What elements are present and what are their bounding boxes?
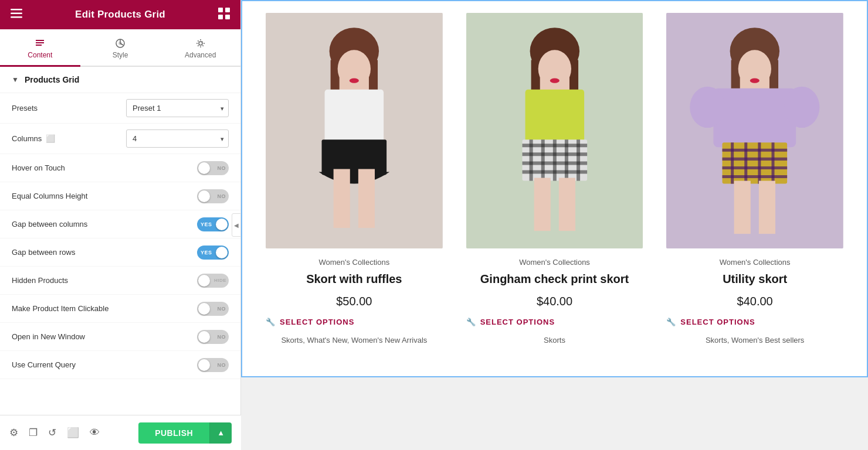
gap-rows-toggle[interactable]: YES (197, 246, 229, 260)
svg-point-61 (750, 79, 760, 83)
equal-cols-toggle-wrapper: NO (197, 189, 229, 203)
product-name: Skort with ruffles (266, 271, 443, 287)
current-query-toggle-label: NO (218, 362, 226, 368)
svg-rect-17 (322, 139, 387, 175)
svg-rect-6 (225, 15, 230, 19)
columns-select[interactable]: 1 2 3 4 5 6 (126, 129, 229, 148)
publish-arrow-button[interactable]: ▲ (209, 422, 232, 444)
new-window-knob (198, 331, 210, 343)
equal-cols-knob (198, 190, 210, 202)
tab-content[interactable]: Content (0, 30, 80, 67)
svg-point-48 (690, 87, 725, 128)
section-header: ▼ Products Grid (0, 67, 240, 93)
settings-icon[interactable]: ⚙ (9, 427, 18, 439)
clickable-toggle-wrapper: NO (197, 302, 229, 316)
wrench-icon: 🔧 (666, 318, 676, 326)
clickable-toggle[interactable]: NO (197, 302, 229, 316)
select-options-button[interactable]: 🔧 SELECT OPTIONS (466, 318, 643, 326)
equal-cols-label: Equal Columns Height (12, 192, 197, 200)
product-category: Women's Collections (466, 258, 643, 267)
product-tags: Skorts, Women's Best sellers (666, 335, 843, 347)
gap-rows-knob (216, 247, 228, 258)
svg-point-49 (784, 87, 819, 128)
svg-point-40 (550, 79, 559, 83)
right-panel: Women's Collections Skort with ruffles $… (241, 0, 868, 377)
hidden-products-label: Hidden Products (12, 276, 197, 285)
collapse-arrow[interactable]: ▼ (12, 76, 19, 84)
preview-area: Women's Collections Skort with ruffles $… (241, 0, 868, 377)
product-card: Women's Collections Utility skort $40.00… (655, 13, 855, 359)
svg-rect-0 (11, 9, 22, 11)
publish-button[interactable]: PUBLISH (138, 422, 209, 444)
panel-header: Edit Products Grid (0, 0, 240, 29)
svg-rect-39 (559, 178, 575, 231)
responsive-icon[interactable]: ⬜ (67, 427, 79, 439)
tab-style[interactable]: Style (80, 30, 161, 67)
monitor-icon: ⬜ (46, 134, 55, 143)
clickable-label: Make Product Item Clickable (12, 304, 197, 313)
select-options-button[interactable]: 🔧 SELECT OPTIONS (666, 318, 843, 326)
select-options-label: SELECT OPTIONS (680, 318, 755, 326)
current-query-label: Use Current Query (12, 360, 197, 369)
wrench-icon: 🔧 (266, 318, 276, 326)
presets-select[interactable]: Preset 1 Preset 2 Preset 3 (126, 99, 229, 117)
product-price: $50.00 (266, 295, 443, 308)
clickable-toggle-label: NO (218, 306, 226, 312)
product-card: Women's Collections Skort with ruffles $… (254, 13, 455, 359)
panel-title: Edit Products Grid (75, 9, 165, 21)
current-query-row: Use Current Query NO (0, 351, 240, 379)
svg-rect-18 (334, 169, 350, 228)
clickable-row: Make Product Item Clickable NO (0, 295, 240, 323)
section-title: Products Grid (25, 75, 79, 84)
new-window-label: Open in New Window (12, 332, 197, 341)
hamburger-icon[interactable] (11, 9, 22, 21)
current-query-knob (198, 359, 210, 371)
product-price: $40.00 (666, 295, 843, 308)
gap-cols-toggle[interactable]: YES (197, 217, 229, 231)
bottom-bar: ⚙ ❐ ↺ ⬜ 👁 PUBLISH ▲ (0, 415, 241, 450)
svg-rect-3 (218, 8, 223, 12)
current-query-toggle[interactable]: NO (197, 358, 229, 372)
select-options-label: SELECT OPTIONS (480, 318, 555, 326)
layers-icon[interactable]: ❐ (29, 427, 38, 439)
presets-row: Presets Preset 1 Preset 2 Preset 3 ▾ (0, 93, 240, 124)
collapse-tab[interactable]: ◀ (232, 213, 241, 237)
product-category: Women's Collections (666, 258, 843, 267)
svg-rect-47 (714, 88, 796, 148)
svg-rect-59 (734, 181, 751, 234)
hidden-products-toggle[interactable]: HIDE (197, 274, 229, 288)
new-window-toggle-label: NO (218, 334, 226, 340)
new-window-toggle[interactable]: NO (197, 330, 229, 344)
select-options-label: SELECT OPTIONS (280, 318, 354, 326)
equal-cols-toggle-label: NO (218, 193, 226, 199)
presets-select-wrapper: Preset 1 Preset 2 Preset 3 ▾ (126, 99, 229, 117)
svg-rect-5 (218, 15, 223, 19)
product-price: $40.00 (466, 295, 643, 308)
svg-rect-4 (225, 8, 230, 12)
preview-icon[interactable]: 👁 (90, 427, 100, 439)
hover-touch-label: Hover on Touch (12, 163, 197, 172)
hover-touch-toggle[interactable]: NO (197, 161, 229, 175)
product-name: Utility skort (666, 271, 843, 287)
hidden-products-toggle-wrapper: HIDE (197, 274, 229, 288)
products-grid: Women's Collections Skort with ruffles $… (254, 13, 855, 359)
clickable-knob (198, 303, 210, 315)
tab-advanced[interactable]: Advanced (160, 30, 240, 67)
columns-row: Columns ⬜ 1 2 3 4 5 6 ▾ (0, 124, 240, 154)
product-image-wrapper (666, 13, 843, 248)
panel-body: ▼ Products Grid Presets Preset 1 Preset … (0, 67, 240, 450)
columns-select-wrapper: 1 2 3 4 5 6 ▾ (126, 129, 229, 148)
svg-rect-1 (11, 13, 22, 15)
left-panel: Edit Products Grid Content Style (0, 0, 241, 450)
product-tags: Skorts (466, 335, 643, 347)
equal-cols-toggle[interactable]: NO (197, 189, 229, 203)
select-options-button[interactable]: 🔧 SELECT OPTIONS (266, 318, 443, 326)
grid-icon[interactable] (218, 8, 230, 22)
svg-rect-27 (525, 90, 584, 142)
svg-rect-16 (325, 90, 384, 142)
svg-rect-38 (534, 178, 550, 231)
svg-point-8 (118, 42, 122, 45)
svg-rect-60 (759, 181, 775, 234)
new-window-row: Open in New Window NO (0, 323, 240, 351)
history-icon[interactable]: ↺ (48, 427, 56, 439)
